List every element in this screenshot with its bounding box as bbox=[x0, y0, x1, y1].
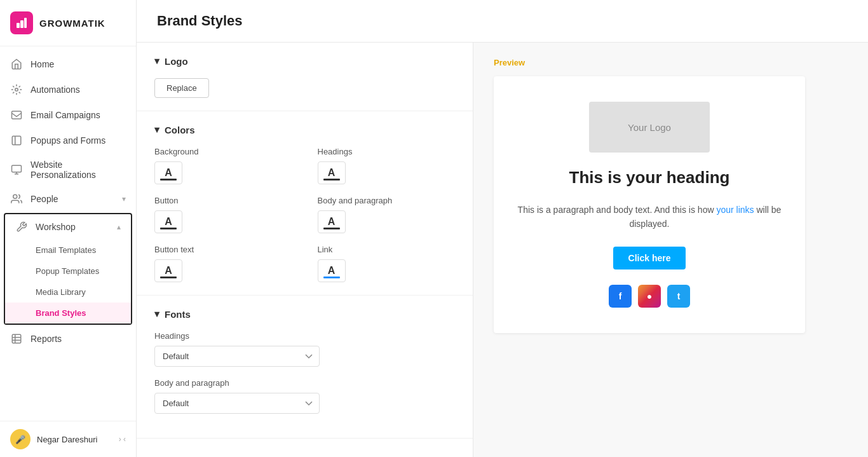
color-swatch-button-text[interactable]: A bbox=[154, 259, 182, 282]
avatar: 🎤 bbox=[10, 429, 31, 449]
color-item-button: Button A bbox=[154, 196, 292, 233]
fonts-section-header[interactable]: ▾ Fonts bbox=[154, 308, 455, 320]
facebook-icon: f bbox=[609, 285, 632, 308]
app-name: GROWMATIK bbox=[39, 18, 105, 29]
color-swatch-background[interactable]: A bbox=[154, 161, 182, 184]
colors-section: ▾ Colors Background A Headings bbox=[137, 111, 473, 296]
colors-grid: Background A Headings A bbox=[154, 147, 455, 282]
replace-logo-button[interactable]: Replace bbox=[154, 78, 209, 98]
preview-link[interactable]: your links bbox=[716, 205, 754, 215]
sidebar-item-home[interactable]: Home bbox=[0, 51, 136, 77]
sidebar-item-people-label: People bbox=[31, 194, 58, 204]
sidebar-item-email-templates[interactable]: Email Templates bbox=[5, 240, 131, 261]
sidebar-item-website-personalizations-label: Website Personalizations bbox=[31, 160, 126, 180]
logo-section-header[interactable]: ▾ Logo bbox=[154, 55, 455, 67]
sidebar-item-email-campaigns[interactable]: Email Campaigns bbox=[0, 102, 136, 128]
colors-section-label: Colors bbox=[165, 125, 195, 135]
page-header: Brand Styles bbox=[137, 0, 868, 43]
font-field-body: Body and paragraph Default Arial Georgia… bbox=[154, 378, 455, 414]
footer-expand-icon[interactable]: › ‹ bbox=[119, 435, 126, 444]
popups-icon bbox=[10, 134, 23, 147]
font-field-headings: Headings Default Arial Georgia Helvetica bbox=[154, 331, 455, 367]
svg-point-3 bbox=[15, 88, 18, 92]
logo-section: ▾ Logo Replace bbox=[137, 43, 473, 111]
color-label-body-paragraph: Body and paragraph bbox=[318, 196, 456, 205]
collapse-icon: ▾ bbox=[154, 124, 159, 135]
sidebar-item-reports-label: Reports bbox=[31, 334, 62, 344]
fonts-section: ▾ Fonts Headings Default Arial Georgia H… bbox=[137, 296, 473, 439]
fonts-section-label: Fonts bbox=[165, 309, 191, 320]
main-content: Brand Styles ▾ Logo Replace ▾ Colors bbox=[137, 0, 868, 457]
automations-icon bbox=[10, 83, 23, 96]
instagram-icon: ● bbox=[638, 285, 661, 308]
color-swatch-body-paragraph[interactable]: A bbox=[318, 210, 346, 233]
logo-section-label: Logo bbox=[165, 56, 188, 67]
color-item-headings: Headings A bbox=[318, 147, 456, 184]
svg-rect-9 bbox=[12, 334, 21, 343]
font-label-body: Body and paragraph bbox=[154, 378, 455, 388]
twitter-icon: t bbox=[667, 285, 690, 308]
color-label-button-text: Button text bbox=[154, 245, 292, 254]
color-swatch-link[interactable]: A bbox=[318, 259, 346, 282]
preview-paragraph: This is a paragraph and body text. And t… bbox=[506, 203, 792, 231]
app-logo: GROWMATIK bbox=[0, 0, 136, 46]
preview-logo: Your Logo bbox=[589, 102, 710, 153]
preview-card: Your Logo This is your heading This is a… bbox=[494, 76, 805, 333]
svg-rect-4 bbox=[12, 111, 22, 119]
sidebar-item-brand-styles[interactable]: Brand Styles bbox=[5, 303, 131, 324]
svg-rect-1 bbox=[20, 20, 24, 28]
svg-point-8 bbox=[13, 194, 17, 198]
sidebar-item-automations[interactable]: Automations bbox=[0, 77, 136, 102]
sidebar-item-workshop[interactable]: Workshop ▴ bbox=[5, 214, 131, 240]
sidebar-item-home-label: Home bbox=[31, 59, 54, 69]
settings-panel: ▾ Logo Replace ▾ Colors Background A bbox=[137, 43, 473, 457]
preview-cta-button[interactable]: Click here bbox=[613, 247, 686, 269]
color-label-background: Background bbox=[154, 147, 292, 156]
logo-icon bbox=[10, 11, 33, 34]
font-select-headings[interactable]: Default Arial Georgia Helvetica bbox=[154, 346, 320, 367]
sidebar-item-website-personalizations[interactable]: Website Personalizations bbox=[0, 153, 136, 186]
sidebar-footer: 🎤 Negar Dareshuri › ‹ bbox=[0, 421, 136, 457]
sidebar-item-popups-forms[interactable]: Popups and Forms bbox=[0, 128, 136, 153]
svg-rect-5 bbox=[12, 136, 21, 145]
sidebar-item-automations-label: Automations bbox=[31, 85, 80, 95]
collapse-icon: ▾ bbox=[154, 308, 159, 320]
sidebar-item-media-library[interactable]: Media Library bbox=[5, 282, 131, 303]
reports-icon bbox=[10, 332, 23, 345]
sidebar-item-reports[interactable]: Reports bbox=[0, 326, 136, 351]
color-item-link: Link A bbox=[318, 245, 456, 282]
home-icon bbox=[10, 58, 23, 71]
sidebar-item-popups-forms-label: Popups and Forms bbox=[31, 135, 105, 146]
svg-rect-7 bbox=[12, 165, 22, 172]
color-label-headings: Headings bbox=[318, 147, 456, 156]
preview-heading: This is your heading bbox=[569, 168, 730, 188]
workshop-icon bbox=[15, 221, 28, 233]
page-title: Brand Styles bbox=[157, 13, 848, 29]
content-area: ▾ Logo Replace ▾ Colors Background A bbox=[137, 43, 868, 457]
sidebar-item-email-campaigns-label: Email Campaigns bbox=[31, 110, 100, 120]
sidebar-item-workshop-label: Workshop bbox=[36, 222, 76, 232]
colors-section-header[interactable]: ▾ Colors bbox=[154, 124, 455, 135]
user-name: Negar Dareshuri bbox=[37, 435, 112, 444]
preview-panel: Preview Your Logo This is your heading T… bbox=[473, 43, 868, 457]
nav-items: Home Automations Email Campaigns Popups … bbox=[0, 46, 136, 421]
svg-rect-0 bbox=[17, 23, 20, 28]
color-swatch-button[interactable]: A bbox=[154, 210, 182, 233]
website-icon bbox=[10, 163, 23, 176]
color-item-body-paragraph: Body and paragraph A bbox=[318, 196, 456, 233]
color-item-button-text: Button text A bbox=[154, 245, 292, 282]
color-item-background: Background A bbox=[154, 147, 292, 184]
color-swatch-headings[interactable]: A bbox=[318, 161, 346, 184]
svg-rect-2 bbox=[24, 18, 27, 28]
color-label-button: Button bbox=[154, 196, 292, 205]
color-label-link: Link bbox=[318, 245, 456, 254]
sidebar-item-people[interactable]: People ▾ bbox=[0, 186, 136, 212]
collapse-icon: ▾ bbox=[154, 55, 159, 67]
sidebar-item-popup-templates[interactable]: Popup Templates bbox=[5, 261, 131, 282]
font-select-body[interactable]: Default Arial Georgia Helvetica bbox=[154, 393, 320, 414]
people-icon bbox=[10, 193, 23, 205]
sidebar-item-workshop-container: Workshop ▴ Email Templates Popup Templat… bbox=[4, 213, 132, 325]
chevron-up-icon: ▴ bbox=[117, 222, 121, 231]
chevron-down-icon: ▾ bbox=[122, 194, 126, 203]
email-icon bbox=[10, 109, 23, 121]
